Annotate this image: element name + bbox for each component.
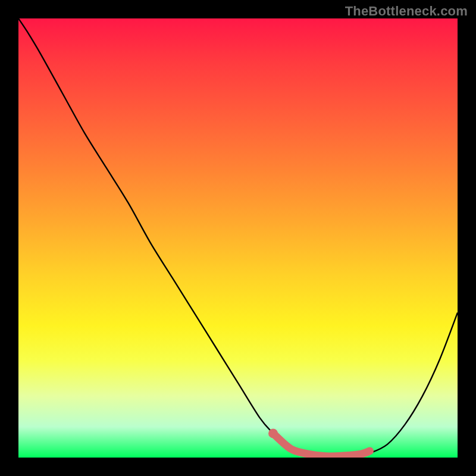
optimal-range-highlight	[273, 433, 369, 456]
watermark-text: TheBottleneck.com	[345, 4, 468, 19]
chart-stage: TheBottleneck.com	[0, 0, 476, 476]
bottleneck-curve	[18, 18, 458, 457]
plot-area	[18, 18, 458, 458]
optimal-range-start-dot	[268, 428, 278, 438]
chart-svg	[18, 18, 458, 458]
